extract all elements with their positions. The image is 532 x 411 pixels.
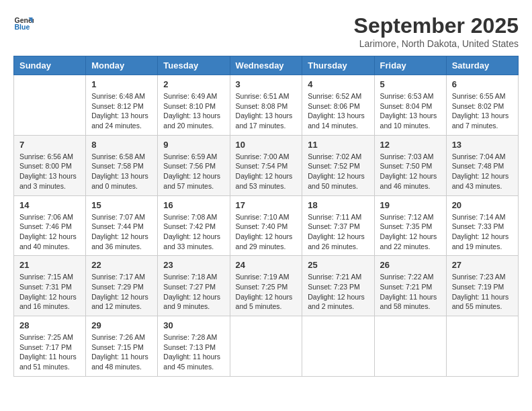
week-row-3: 14Sunrise: 7:06 AM Sunset: 7:46 PM Dayli… <box>14 195 519 256</box>
title-section: September 2025 Larimore, North Dakota, U… <box>354 13 519 49</box>
day-number: 11 <box>308 140 368 150</box>
day-info: Sunrise: 6:52 AM Sunset: 8:06 PM Dayligh… <box>308 91 368 131</box>
day-info: Sunrise: 7:15 AM Sunset: 7:31 PM Dayligh… <box>19 272 80 312</box>
weekday-header-thursday: Thursday <box>302 56 374 75</box>
day-number: 18 <box>308 200 368 210</box>
calendar-cell: 26Sunrise: 7:22 AM Sunset: 7:21 PM Dayli… <box>374 256 446 316</box>
day-info: Sunrise: 7:19 AM Sunset: 7:25 PM Dayligh… <box>236 272 297 312</box>
day-info: Sunrise: 7:21 AM Sunset: 7:23 PM Dayligh… <box>308 272 368 312</box>
calendar-cell: 3Sunrise: 6:51 AM Sunset: 8:08 PM Daylig… <box>230 75 302 136</box>
day-info: Sunrise: 6:58 AM Sunset: 7:58 PM Dayligh… <box>91 152 152 191</box>
day-info: Sunrise: 7:10 AM Sunset: 7:40 PM Dayligh… <box>236 212 297 252</box>
calendar-cell: 11Sunrise: 7:02 AM Sunset: 7:52 PM Dayli… <box>302 135 374 195</box>
day-number: 22 <box>91 260 152 270</box>
calendar-cell: 25Sunrise: 7:21 AM Sunset: 7:23 PM Dayli… <box>302 256 374 316</box>
day-info: Sunrise: 7:06 AM Sunset: 7:46 PM Dayligh… <box>19 212 80 252</box>
day-info: Sunrise: 7:18 AM Sunset: 7:27 PM Dayligh… <box>163 272 224 312</box>
calendar-cell <box>230 316 302 377</box>
calendar-cell: 30Sunrise: 7:28 AM Sunset: 7:13 PM Dayli… <box>158 316 230 377</box>
day-number: 1 <box>91 79 152 89</box>
day-info: Sunrise: 7:00 AM Sunset: 7:54 PM Dayligh… <box>236 152 297 191</box>
calendar-cell: 1Sunrise: 6:48 AM Sunset: 8:12 PM Daylig… <box>86 75 158 136</box>
calendar-cell: 19Sunrise: 7:12 AM Sunset: 7:35 PM Dayli… <box>374 195 446 256</box>
calendar-cell: 16Sunrise: 7:08 AM Sunset: 7:42 PM Dayli… <box>158 195 230 256</box>
calendar-cell: 6Sunrise: 6:55 AM Sunset: 8:02 PM Daylig… <box>446 75 518 136</box>
calendar-cell: 27Sunrise: 7:23 AM Sunset: 7:19 PM Dayli… <box>446 256 518 316</box>
weekday-header-sunday: Sunday <box>14 56 86 75</box>
calendar-cell: 20Sunrise: 7:14 AM Sunset: 7:33 PM Dayli… <box>446 195 518 256</box>
day-number: 16 <box>163 200 224 210</box>
calendar-cell: 28Sunrise: 7:25 AM Sunset: 7:17 PM Dayli… <box>14 316 86 377</box>
day-number: 17 <box>236 200 297 210</box>
weekday-header-tuesday: Tuesday <box>158 56 230 75</box>
calendar-cell: 8Sunrise: 6:58 AM Sunset: 7:58 PM Daylig… <box>86 135 158 195</box>
weekday-header-friday: Friday <box>374 56 446 75</box>
weekday-header-monday: Monday <box>86 56 158 75</box>
day-number: 4 <box>308 79 368 89</box>
day-number: 15 <box>91 200 152 210</box>
day-info: Sunrise: 6:53 AM Sunset: 8:04 PM Dayligh… <box>380 91 441 131</box>
day-number: 7 <box>19 140 80 150</box>
calendar-cell: 9Sunrise: 6:59 AM Sunset: 7:56 PM Daylig… <box>158 135 230 195</box>
day-number: 13 <box>452 140 513 150</box>
calendar-cell: 14Sunrise: 7:06 AM Sunset: 7:46 PM Dayli… <box>14 195 86 256</box>
day-info: Sunrise: 7:28 AM Sunset: 7:13 PM Dayligh… <box>163 332 224 372</box>
calendar-cell: 12Sunrise: 7:03 AM Sunset: 7:50 PM Dayli… <box>374 135 446 195</box>
day-info: Sunrise: 6:56 AM Sunset: 8:00 PM Dayligh… <box>19 152 80 191</box>
day-number: 2 <box>163 79 224 89</box>
day-number: 9 <box>163 140 224 150</box>
day-number: 29 <box>91 320 152 330</box>
day-number: 21 <box>19 260 80 270</box>
day-number: 26 <box>380 260 441 270</box>
day-info: Sunrise: 7:23 AM Sunset: 7:19 PM Dayligh… <box>452 272 513 312</box>
svg-text:Blue: Blue <box>15 23 30 31</box>
day-number: 19 <box>380 200 441 210</box>
day-number: 14 <box>19 200 80 210</box>
calendar-cell: 2Sunrise: 6:49 AM Sunset: 8:10 PM Daylig… <box>158 75 230 136</box>
day-number: 6 <box>452 79 513 89</box>
day-number: 23 <box>163 260 224 270</box>
day-info: Sunrise: 7:08 AM Sunset: 7:42 PM Dayligh… <box>163 212 224 252</box>
calendar-cell: 18Sunrise: 7:11 AM Sunset: 7:37 PM Dayli… <box>302 195 374 256</box>
day-info: Sunrise: 6:49 AM Sunset: 8:10 PM Dayligh… <box>163 91 224 131</box>
calendar-table: SundayMondayTuesdayWednesdayThursdayFrid… <box>13 56 519 377</box>
day-number: 12 <box>380 140 441 150</box>
day-info: Sunrise: 6:55 AM Sunset: 8:02 PM Dayligh… <box>452 91 513 131</box>
day-number: 3 <box>236 79 297 89</box>
day-info: Sunrise: 7:11 AM Sunset: 7:37 PM Dayligh… <box>308 212 368 252</box>
day-number: 25 <box>308 260 368 270</box>
calendar-cell: 4Sunrise: 6:52 AM Sunset: 8:06 PM Daylig… <box>302 75 374 136</box>
calendar-cell: 15Sunrise: 7:07 AM Sunset: 7:44 PM Dayli… <box>86 195 158 256</box>
day-number: 28 <box>19 320 80 330</box>
day-number: 30 <box>163 320 224 330</box>
calendar-cell: 5Sunrise: 6:53 AM Sunset: 8:04 PM Daylig… <box>374 75 446 136</box>
calendar-cell: 23Sunrise: 7:18 AM Sunset: 7:27 PM Dayli… <box>158 256 230 316</box>
weekday-header-saturday: Saturday <box>446 56 518 75</box>
day-info: Sunrise: 7:17 AM Sunset: 7:29 PM Dayligh… <box>91 272 152 312</box>
week-row-2: 7Sunrise: 6:56 AM Sunset: 8:00 PM Daylig… <box>14 135 519 195</box>
calendar-cell <box>446 316 518 377</box>
day-number: 27 <box>452 260 513 270</box>
day-number: 24 <box>236 260 297 270</box>
page-header: General Blue September 2025 Larimore, No… <box>13 13 519 49</box>
calendar-cell <box>302 316 374 377</box>
day-info: Sunrise: 7:26 AM Sunset: 7:15 PM Dayligh… <box>91 332 152 372</box>
day-info: Sunrise: 7:07 AM Sunset: 7:44 PM Dayligh… <box>91 212 152 252</box>
calendar-cell: 17Sunrise: 7:10 AM Sunset: 7:40 PM Dayli… <box>230 195 302 256</box>
location: Larimore, North Dakota, United States <box>354 38 519 49</box>
week-row-5: 28Sunrise: 7:25 AM Sunset: 7:17 PM Dayli… <box>14 316 519 377</box>
day-info: Sunrise: 7:02 AM Sunset: 7:52 PM Dayligh… <box>308 152 368 191</box>
day-info: Sunrise: 7:25 AM Sunset: 7:17 PM Dayligh… <box>19 332 80 372</box>
calendar-cell: 29Sunrise: 7:26 AM Sunset: 7:15 PM Dayli… <box>86 316 158 377</box>
calendar-cell <box>374 316 446 377</box>
calendar-cell <box>14 75 86 136</box>
day-info: Sunrise: 6:48 AM Sunset: 8:12 PM Dayligh… <box>91 91 152 131</box>
day-info: Sunrise: 7:04 AM Sunset: 7:48 PM Dayligh… <box>452 152 513 191</box>
day-info: Sunrise: 7:22 AM Sunset: 7:21 PM Dayligh… <box>380 272 441 312</box>
weekday-header-wednesday: Wednesday <box>230 56 302 75</box>
day-info: Sunrise: 6:59 AM Sunset: 7:56 PM Dayligh… <box>163 152 224 191</box>
day-info: Sunrise: 7:14 AM Sunset: 7:33 PM Dayligh… <box>452 212 513 252</box>
calendar-cell: 21Sunrise: 7:15 AM Sunset: 7:31 PM Dayli… <box>14 256 86 316</box>
month-title: September 2025 <box>354 13 519 38</box>
calendar-cell: 10Sunrise: 7:00 AM Sunset: 7:54 PM Dayli… <box>230 135 302 195</box>
